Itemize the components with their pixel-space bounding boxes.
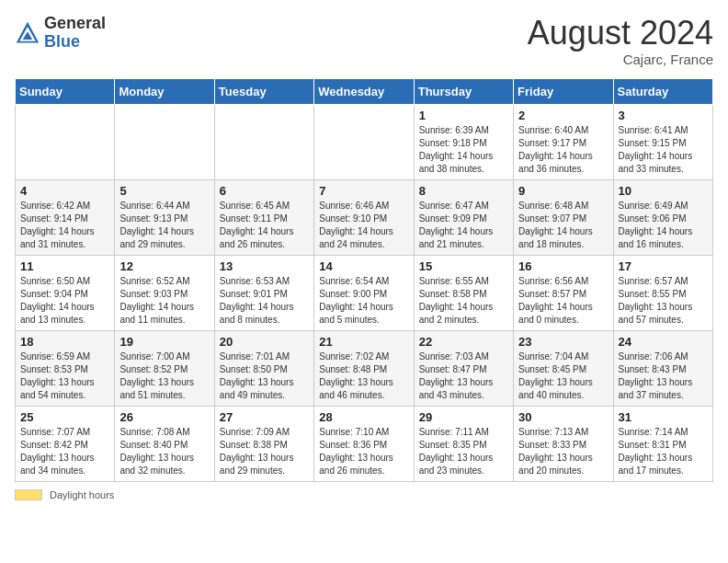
day-info: Sunrise: 6:52 AM Sunset: 9:03 PM Dayligh… [119, 275, 209, 327]
day-number: 13 [220, 259, 309, 273]
calendar-cell: 6Sunrise: 6:45 AM Sunset: 9:11 PM Daylig… [214, 179, 313, 255]
calendar-cell [214, 104, 313, 179]
day-number: 27 [220, 410, 309, 424]
day-number: 6 [220, 184, 309, 198]
day-info: Sunrise: 6:44 AM Sunset: 9:13 PM Dayligh… [119, 200, 209, 251]
day-number: 16 [518, 259, 608, 273]
day-info: Sunrise: 6:45 AM Sunset: 9:11 PM Dayligh… [220, 200, 309, 251]
calendar-cell: 20Sunrise: 7:01 AM Sunset: 8:50 PM Dayli… [214, 330, 313, 406]
day-of-week-header: Tuesday [214, 78, 313, 104]
day-number: 22 [419, 335, 508, 349]
calendar-header-row: SundayMondayTuesdayWednesdayThursdayFrid… [16, 78, 713, 104]
page-header: General Blue August 2024 Cajarc, France [15, 15, 713, 67]
day-info: Sunrise: 6:55 AM Sunset: 8:58 PM Dayligh… [419, 275, 508, 327]
logo-blue-text: Blue [44, 32, 80, 51]
title-block: August 2024 Cajarc, France [528, 15, 713, 67]
day-info: Sunrise: 6:40 AM Sunset: 9:17 PM Dayligh… [518, 124, 608, 176]
calendar-cell: 30Sunrise: 7:13 AM Sunset: 8:33 PM Dayli… [514, 406, 613, 481]
day-info: Sunrise: 7:08 AM Sunset: 8:40 PM Dayligh… [119, 426, 209, 477]
day-number: 11 [20, 259, 109, 273]
day-info: Sunrise: 6:46 AM Sunset: 9:10 PM Dayligh… [319, 200, 408, 251]
calendar-week-row: 18Sunrise: 6:59 AM Sunset: 8:53 PM Dayli… [16, 330, 713, 406]
day-number: 19 [119, 335, 209, 349]
day-info: Sunrise: 6:47 AM Sunset: 9:09 PM Dayligh… [419, 200, 508, 251]
day-info: Sunrise: 6:49 AM Sunset: 9:06 PM Dayligh… [619, 200, 708, 251]
logo-icon [15, 20, 40, 46]
day-info: Sunrise: 7:02 AM Sunset: 8:48 PM Dayligh… [319, 350, 408, 402]
day-info: Sunrise: 6:59 AM Sunset: 8:53 PM Dayligh… [20, 350, 109, 402]
calendar-week-row: 4Sunrise: 6:42 AM Sunset: 9:14 PM Daylig… [16, 179, 713, 255]
day-info: Sunrise: 6:56 AM Sunset: 8:57 PM Dayligh… [518, 275, 608, 327]
footer-note: Daylight hours [15, 489, 713, 500]
day-number: 9 [518, 184, 608, 198]
day-info: Sunrise: 6:57 AM Sunset: 8:55 PM Dayligh… [619, 275, 708, 327]
day-info: Sunrise: 7:11 AM Sunset: 8:35 PM Dayligh… [419, 426, 508, 477]
calendar-week-row: 25Sunrise: 7:07 AM Sunset: 8:42 PM Dayli… [16, 406, 713, 481]
day-number: 4 [20, 184, 109, 198]
calendar-cell [314, 104, 414, 179]
day-info: Sunrise: 6:48 AM Sunset: 9:07 PM Dayligh… [518, 200, 608, 251]
calendar-cell: 14Sunrise: 6:54 AM Sunset: 9:00 PM Dayli… [314, 255, 414, 330]
calendar-cell: 23Sunrise: 7:04 AM Sunset: 8:45 PM Dayli… [514, 330, 613, 406]
calendar-cell: 10Sunrise: 6:49 AM Sunset: 9:06 PM Dayli… [613, 179, 712, 255]
day-number: 10 [619, 184, 708, 198]
day-info: Sunrise: 6:42 AM Sunset: 9:14 PM Dayligh… [20, 200, 109, 251]
day-info: Sunrise: 7:06 AM Sunset: 8:43 PM Dayligh… [619, 350, 708, 402]
day-number: 18 [20, 335, 109, 349]
daylight-label: Daylight hours [50, 489, 114, 500]
day-info: Sunrise: 6:54 AM Sunset: 9:00 PM Dayligh… [319, 275, 408, 327]
calendar-cell: 12Sunrise: 6:52 AM Sunset: 9:03 PM Dayli… [115, 255, 214, 330]
day-info: Sunrise: 7:03 AM Sunset: 8:47 PM Dayligh… [419, 350, 508, 402]
day-number: 5 [119, 184, 209, 198]
day-number: 30 [518, 410, 608, 424]
calendar-cell: 25Sunrise: 7:07 AM Sunset: 8:42 PM Dayli… [16, 406, 115, 481]
day-number: 1 [419, 109, 508, 122]
day-number: 20 [220, 335, 309, 349]
day-number: 23 [518, 335, 608, 349]
calendar-cell: 31Sunrise: 7:14 AM Sunset: 8:31 PM Dayli… [613, 406, 712, 481]
calendar-cell: 26Sunrise: 7:08 AM Sunset: 8:40 PM Dayli… [115, 406, 214, 481]
month-year-title: August 2024 [528, 15, 713, 52]
day-number: 28 [319, 410, 408, 424]
day-of-week-header: Saturday [613, 78, 712, 104]
calendar-cell: 27Sunrise: 7:09 AM Sunset: 8:38 PM Dayli… [214, 406, 313, 481]
day-number: 8 [419, 184, 508, 198]
day-info: Sunrise: 6:41 AM Sunset: 9:15 PM Dayligh… [619, 124, 708, 176]
day-info: Sunrise: 7:10 AM Sunset: 8:36 PM Dayligh… [319, 426, 408, 477]
day-number: 2 [518, 109, 608, 122]
calendar-cell: 4Sunrise: 6:42 AM Sunset: 9:14 PM Daylig… [16, 179, 115, 255]
day-of-week-header: Sunday [16, 78, 115, 104]
day-number: 15 [419, 259, 508, 273]
calendar-cell: 2Sunrise: 6:40 AM Sunset: 9:17 PM Daylig… [514, 104, 613, 179]
logo-general-text: General [44, 14, 106, 32]
day-of-week-header: Friday [514, 78, 613, 104]
calendar-cell: 24Sunrise: 7:06 AM Sunset: 8:43 PM Dayli… [613, 330, 712, 406]
day-number: 24 [619, 335, 708, 349]
calendar-cell: 13Sunrise: 6:53 AM Sunset: 9:01 PM Dayli… [214, 255, 313, 330]
day-info: Sunrise: 7:09 AM Sunset: 8:38 PM Dayligh… [220, 426, 309, 477]
day-number: 14 [319, 259, 408, 273]
calendar-cell [115, 104, 214, 179]
day-number: 25 [20, 410, 109, 424]
day-info: Sunrise: 7:04 AM Sunset: 8:45 PM Dayligh… [518, 350, 608, 402]
daylight-swatch [15, 489, 42, 500]
calendar-week-row: 1Sunrise: 6:39 AM Sunset: 9:18 PM Daylig… [16, 104, 713, 179]
calendar-cell: 5Sunrise: 6:44 AM Sunset: 9:13 PM Daylig… [115, 179, 214, 255]
day-of-week-header: Thursday [414, 78, 513, 104]
calendar-cell: 18Sunrise: 6:59 AM Sunset: 8:53 PM Dayli… [16, 330, 115, 406]
calendar-cell: 7Sunrise: 6:46 AM Sunset: 9:10 PM Daylig… [314, 179, 414, 255]
calendar-cell: 21Sunrise: 7:02 AM Sunset: 8:48 PM Dayli… [314, 330, 414, 406]
day-info: Sunrise: 7:01 AM Sunset: 8:50 PM Dayligh… [220, 350, 309, 402]
calendar-cell: 1Sunrise: 6:39 AM Sunset: 9:18 PM Daylig… [414, 104, 513, 179]
day-number: 29 [419, 410, 508, 424]
calendar-week-row: 11Sunrise: 6:50 AM Sunset: 9:04 PM Dayli… [16, 255, 713, 330]
calendar-cell: 16Sunrise: 6:56 AM Sunset: 8:57 PM Dayli… [514, 255, 613, 330]
day-number: 26 [119, 410, 209, 424]
day-info: Sunrise: 7:07 AM Sunset: 8:42 PM Dayligh… [20, 426, 109, 477]
day-info: Sunrise: 6:50 AM Sunset: 9:04 PM Dayligh… [20, 275, 109, 327]
calendar-table: SundayMondayTuesdayWednesdayThursdayFrid… [15, 78, 713, 482]
day-number: 12 [119, 259, 209, 273]
day-info: Sunrise: 7:13 AM Sunset: 8:33 PM Dayligh… [518, 426, 608, 477]
day-of-week-header: Monday [115, 78, 214, 104]
day-number: 7 [319, 184, 408, 198]
